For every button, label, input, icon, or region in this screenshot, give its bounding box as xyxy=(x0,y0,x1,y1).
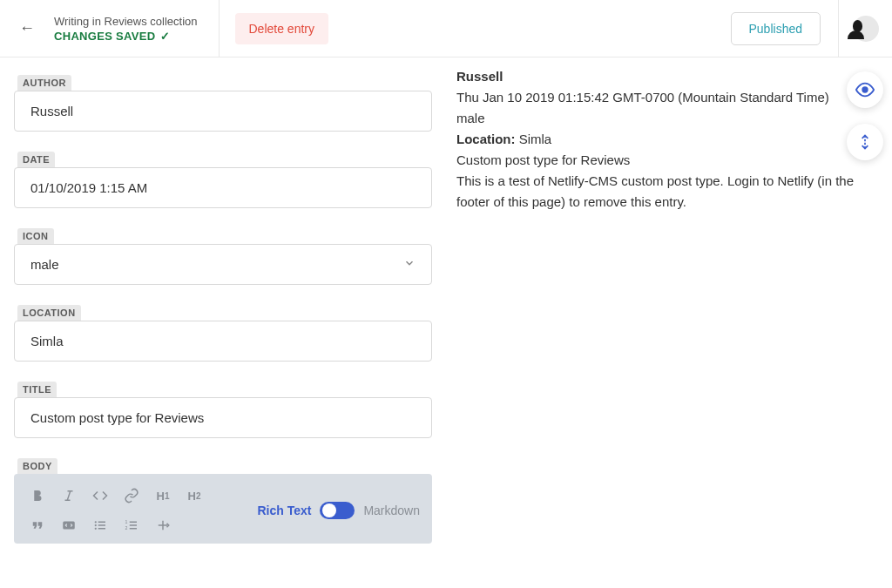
toggle-scrollsync-button[interactable] xyxy=(847,124,883,160)
field-icon: ICON male xyxy=(14,228,432,285)
published-button[interactable]: Published xyxy=(731,12,821,45)
preview-date: Thu Jan 10 2019 01:15:42 GMT-0700 (Mount… xyxy=(456,87,880,108)
chevron-down-icon xyxy=(403,257,416,272)
editor-mode-toggle: Rich Text Markdown xyxy=(257,502,420,519)
field-label-date: DATE xyxy=(17,152,55,167)
preview-pane: Russell Thu Jan 10 2019 01:15:42 GMT-070… xyxy=(446,57,892,588)
svg-rect-11 xyxy=(130,528,137,530)
editor-pane: AUTHOR DATE ICON male LOCATION xyxy=(0,57,446,588)
tool-rows: H1 H2 12 xyxy=(26,484,206,537)
preview-location-value: Simla xyxy=(519,132,552,146)
code-icon[interactable] xyxy=(89,484,112,507)
delete-wrap: Delete entry xyxy=(220,0,344,57)
mode-richtext-label: Rich Text xyxy=(257,504,311,517)
user-avatar-icon[interactable] xyxy=(853,16,879,42)
field-input-wrap-location[interactable] xyxy=(14,321,432,362)
svg-point-2 xyxy=(95,524,97,526)
svg-point-14 xyxy=(862,87,868,92)
field-date: DATE xyxy=(14,152,432,208)
svg-rect-10 xyxy=(130,524,137,526)
add-component-icon[interactable] xyxy=(152,514,174,537)
scroll-sync-icon xyxy=(856,133,874,151)
back-cell: ← xyxy=(0,0,54,57)
header-left: ← Writing in Reviews collection CHANGES … xyxy=(0,0,344,57)
body-editor: H1 H2 12 Rich Text xyxy=(14,474,432,544)
preview-title: Custom post type for Reviews xyxy=(456,150,880,171)
save-status-row: CHANGES SAVED ✓ xyxy=(54,30,198,43)
header-right: Published xyxy=(731,0,893,57)
breadcrumb-block: Writing in Reviews collection CHANGES SA… xyxy=(54,0,220,57)
quote-icon[interactable] xyxy=(26,514,49,537)
numbered-list-icon[interactable]: 12 xyxy=(120,514,143,537)
bold-icon[interactable] xyxy=(26,484,49,507)
delete-entry-button[interactable]: Delete entry xyxy=(235,13,328,44)
toggle-knob xyxy=(322,504,336,517)
back-arrow-icon[interactable]: ← xyxy=(19,19,35,37)
field-input-wrap-author[interactable] xyxy=(14,91,432,132)
preview-location-label: Location: xyxy=(456,132,516,146)
field-label-location: LOCATION xyxy=(17,305,81,321)
field-author: AUTHOR xyxy=(14,75,432,132)
preview-icon: male xyxy=(456,108,880,129)
italic-icon[interactable] xyxy=(57,484,80,507)
field-body: BODY H1 H2 xyxy=(14,458,432,544)
heading1-icon[interactable]: H1 xyxy=(152,484,174,507)
svg-rect-6 xyxy=(98,528,105,530)
code-block-icon[interactable] xyxy=(57,514,80,537)
field-label-author: AUTHOR xyxy=(17,75,71,91)
location-input[interactable] xyxy=(30,334,416,348)
link-icon[interactable] xyxy=(120,484,143,507)
field-label-title: TITLE xyxy=(17,382,57,397)
icon-select-value: male xyxy=(30,257,403,272)
svg-point-3 xyxy=(95,528,97,530)
save-status: CHANGES SAVED xyxy=(54,30,155,43)
tool-row-1: H1 H2 xyxy=(26,484,206,507)
bullet-list-icon[interactable] xyxy=(89,514,112,537)
breadcrumb: Writing in Reviews collection xyxy=(54,15,198,28)
icon-select[interactable]: male xyxy=(14,244,432,285)
preview-location-row: Location: Simla xyxy=(456,129,880,150)
preview-author: Russell xyxy=(456,66,880,87)
svg-rect-9 xyxy=(130,522,137,524)
author-input[interactable] xyxy=(30,104,416,118)
field-label-icon: ICON xyxy=(17,228,54,244)
header-bar: ← Writing in Reviews collection CHANGES … xyxy=(0,0,892,57)
title-input[interactable] xyxy=(30,410,416,425)
field-label-body: BODY xyxy=(17,458,57,474)
mode-markdown-label: Markdown xyxy=(363,504,420,517)
preview-content: Russell Thu Jan 10 2019 01:15:42 GMT-070… xyxy=(456,66,880,213)
date-input[interactable] xyxy=(30,180,416,195)
svg-point-1 xyxy=(95,521,97,523)
preview-float-controls xyxy=(847,71,883,160)
field-title: TITLE xyxy=(14,382,432,438)
heading2-icon[interactable]: H2 xyxy=(183,484,206,507)
svg-rect-5 xyxy=(98,524,105,526)
main-split: AUTHOR DATE ICON male LOCATION xyxy=(0,57,892,588)
field-input-wrap-title[interactable] xyxy=(14,397,432,438)
svg-text:2: 2 xyxy=(125,525,128,531)
tool-row-2: 12 xyxy=(26,514,206,537)
svg-rect-0 xyxy=(63,522,75,530)
preview-body: This is a test of Netlify-CMS custom pos… xyxy=(456,171,880,213)
field-location: LOCATION xyxy=(14,305,432,362)
richtext-markdown-toggle[interactable] xyxy=(320,502,355,519)
svg-rect-4 xyxy=(98,522,105,524)
eye-icon xyxy=(855,80,875,99)
avatar-cell xyxy=(838,0,892,57)
check-icon: ✓ xyxy=(160,30,170,43)
field-input-wrap-date[interactable] xyxy=(14,167,432,208)
svg-text:1: 1 xyxy=(125,519,128,524)
editor-toolbar: H1 H2 12 Rich Text xyxy=(26,484,420,537)
toggle-preview-button[interactable] xyxy=(847,71,883,108)
